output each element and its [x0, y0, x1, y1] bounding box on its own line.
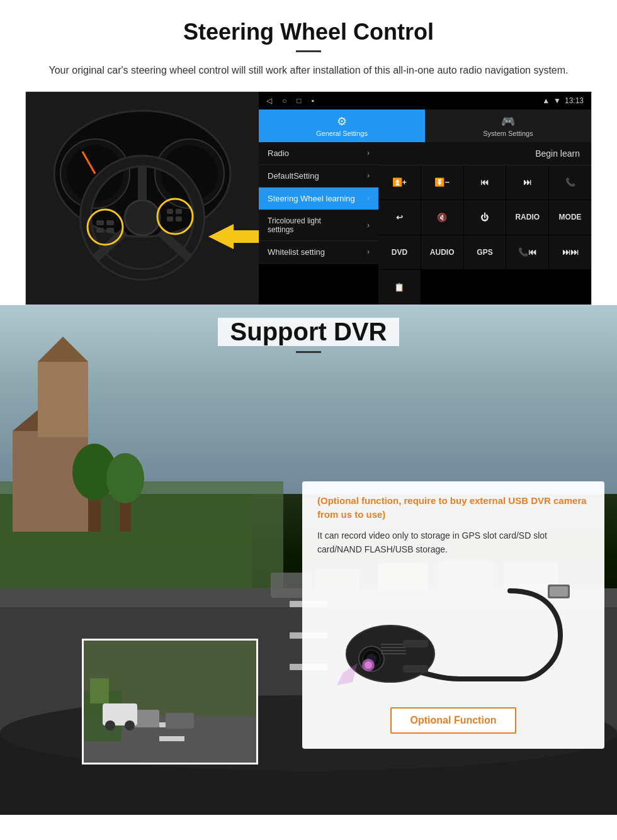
- menu-item-default[interactable]: DefaultSetting ›: [259, 165, 378, 188]
- android-status-right: ▲ ▼ 13:13: [542, 96, 584, 105]
- section1-subtitle: Your original car's steering wheel contr…: [25, 62, 592, 79]
- svg-point-56: [125, 720, 135, 731]
- control-buttons-grid: ⏫+ ⏬− ⏮ ⏭ 📞 ↩ 🔇 ⏻ RADIO MODE DVD AUDIO: [378, 165, 591, 305]
- call-button[interactable]: 📞: [549, 165, 591, 200]
- steering-wheel-bg: [26, 92, 259, 305]
- svg-rect-70: [403, 665, 428, 673]
- system-icon: 🎮: [501, 115, 515, 128]
- menu-steering-label: Steering Wheel learning: [268, 194, 355, 203]
- menu-tricoloured-label: Tricoloured lightsettings: [268, 216, 321, 234]
- menu-radio-label: Radio: [268, 148, 289, 158]
- call-prev-button[interactable]: 📞⏮: [506, 235, 548, 270]
- dvr-info-card: (Optional function, require to buy exter…: [302, 481, 604, 749]
- menu-item-steering[interactable]: Steering Wheel learning ›: [259, 188, 378, 210]
- gps-button[interactable]: GPS: [464, 235, 506, 270]
- mode-button[interactable]: MODE: [549, 200, 591, 235]
- home-icon[interactable]: ○: [282, 96, 286, 105]
- vol-up-button[interactable]: ⏫+: [378, 165, 421, 200]
- menu-item-radio[interactable]: Radio ›: [259, 142, 378, 165]
- android-tabs: ⚙ General Settings 🎮 System Settings: [259, 109, 591, 142]
- android-panel: ◁ ○ □ ▪ ▲ ▼ 13:13 ⚙ General Settings: [259, 92, 591, 305]
- vol-down-button[interactable]: ⏬−: [421, 165, 463, 200]
- power-button[interactable]: ⏻: [464, 200, 506, 235]
- back-call-button[interactable]: ↩: [378, 200, 421, 235]
- optional-function-button[interactable]: Optional Function: [390, 707, 517, 734]
- status-time: 13:13: [565, 96, 584, 105]
- extra-icon-button[interactable]: 📋: [378, 270, 421, 305]
- begin-learn-button[interactable]: Begin learn: [530, 146, 585, 161]
- chevron-icon: ›: [367, 171, 370, 180]
- dvr-title: Support DVR: [218, 318, 400, 346]
- dvr-camera-image: [317, 569, 589, 695]
- signal-icon: ▲: [542, 96, 550, 105]
- dvr-optional-text: (Optional function, require to buy exter…: [317, 494, 589, 522]
- next-button[interactable]: ⏭: [506, 165, 548, 200]
- android-nav-icons: ◁ ○ □ ▪: [266, 96, 314, 105]
- svg-rect-28: [38, 362, 88, 437]
- settings-menu: Radio › DefaultSetting › Steering Wheel …: [259, 142, 378, 305]
- control-panel: Begin learn ⏫+ ⏬− ⏮ ⏭ 📞 ↩ 🔇 ⏻ R: [378, 142, 591, 305]
- tab-system-label: System Settings: [483, 130, 533, 137]
- dvr-section: Support DVR (Optional function, require: [0, 305, 617, 815]
- android-statusbar: ◁ ○ □ ▪ ▲ ▼ 13:13: [259, 92, 591, 109]
- menu-default-label: DefaultSetting: [268, 171, 319, 181]
- svg-rect-69: [403, 640, 428, 647]
- chevron-icon: ›: [367, 148, 370, 157]
- svg-point-33: [106, 453, 144, 503]
- dvr-section-title: Support DVR: [0, 318, 617, 353]
- wifi-icon: ▼: [553, 96, 561, 105]
- menu-item-tricoloured[interactable]: Tricoloured lightsettings ›: [259, 210, 378, 241]
- recents-icon[interactable]: □: [297, 96, 301, 105]
- back-icon[interactable]: ◁: [266, 96, 272, 105]
- svg-rect-22: [176, 216, 182, 221]
- svg-rect-49: [159, 736, 184, 741]
- call-next-button[interactable]: ⏭⏭: [549, 235, 591, 270]
- svg-rect-15: [96, 220, 104, 225]
- audio-button[interactable]: AUDIO: [421, 235, 463, 270]
- radio-button[interactable]: RADIO: [506, 200, 548, 235]
- svg-rect-58: [550, 586, 568, 596]
- svg-rect-18: [106, 228, 114, 233]
- chevron-icon: ›: [367, 194, 370, 203]
- menu-icon[interactable]: ▪: [312, 96, 314, 105]
- dvr-thumbnail: [82, 639, 258, 764]
- svg-rect-53: [166, 713, 194, 729]
- title-divider: [296, 50, 321, 52]
- svg-point-64: [365, 661, 372, 669]
- dvr-description: It can record video only to storage in G…: [317, 529, 589, 557]
- chevron-icon: ›: [367, 221, 370, 230]
- svg-rect-51: [90, 678, 109, 703]
- prev-button[interactable]: ⏮: [464, 165, 506, 200]
- svg-rect-16: [106, 220, 114, 225]
- svg-rect-21: [167, 216, 173, 221]
- settings-icon: ⚙: [337, 115, 347, 128]
- svg-rect-17: [96, 228, 104, 233]
- chevron-icon: ›: [367, 247, 370, 256]
- menu-whitelist-label: Whitelist setting: [268, 247, 325, 257]
- section1-title: Steering Wheel Control: [25, 19, 592, 45]
- steering-section: Steering Wheel Control Your original car…: [0, 0, 617, 305]
- tab-general-label: General Settings: [316, 130, 368, 137]
- steering-demo-area: ◁ ○ □ ▪ ▲ ▼ 13:13 ⚙ General Settings: [25, 91, 592, 305]
- dvd-button[interactable]: DVD: [378, 235, 421, 270]
- svg-rect-20: [176, 209, 182, 214]
- steering-photo: [26, 92, 259, 305]
- svg-point-9: [125, 200, 160, 235]
- svg-point-55: [105, 720, 115, 731]
- begin-learn-row: Begin learn: [378, 142, 591, 165]
- tab-general-settings[interactable]: ⚙ General Settings: [259, 109, 425, 142]
- svg-rect-19: [167, 209, 173, 214]
- menu-item-whitelist[interactable]: Whitelist setting ›: [259, 241, 378, 264]
- tab-system-settings[interactable]: 🎮 System Settings: [425, 109, 591, 142]
- mute-button[interactable]: 🔇: [421, 200, 463, 235]
- dvr-divider: [296, 351, 321, 353]
